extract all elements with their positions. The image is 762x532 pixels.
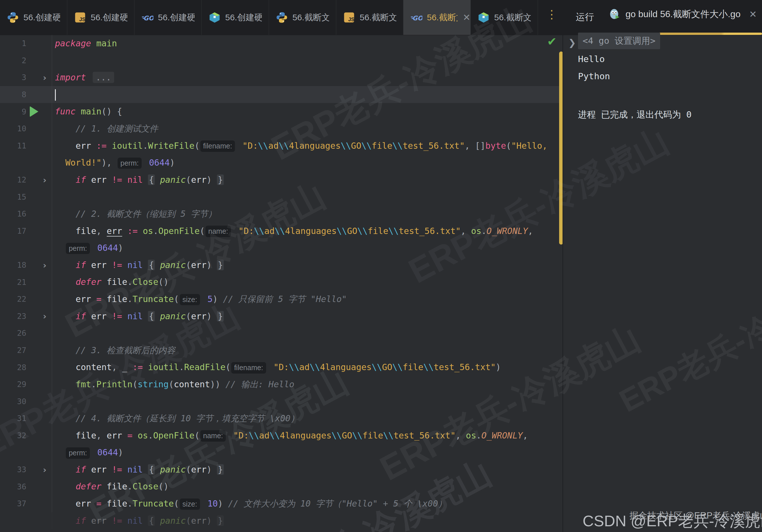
go-icon: GO <box>410 11 422 24</box>
fold-arrow-icon[interactable]: › <box>43 464 46 475</box>
code-line-11: 11 err := ioutil.WriteFile(filename: "D:… <box>0 137 563 155</box>
fold-arrow-icon[interactable]: › <box>43 72 46 82</box>
code-line-8: 8 <box>0 86 563 103</box>
line-number: 17 <box>0 227 52 235</box>
line-number: 36 <box>0 482 52 491</box>
code-line-27: 27 // 3. 检查截断后的内容 <box>0 342 563 359</box>
line-number: 30 <box>0 397 52 406</box>
gutter: 27 <box>0 342 52 359</box>
code-text: defer file.Close() <box>52 273 563 291</box>
code-line-9: 9func main() { <box>0 103 563 120</box>
gutter: 37 <box>0 495 52 512</box>
gutter: 28 <box>0 359 52 376</box>
code-line-23: 23› if err != nil { panic(err) } <box>0 308 563 325</box>
gutter: 23› <box>0 308 52 325</box>
inlay-hint: perm: <box>66 243 90 254</box>
code-line-wrap: perm: 0644) <box>0 444 563 461</box>
csdn-watermark: CSDN @ERP老兵-冷溪虎山 <box>582 511 762 532</box>
code-line-33: 33› if err != nil { panic(err) } <box>0 461 563 478</box>
output-line: Python <box>578 71 610 81</box>
gutter: 1 <box>0 35 52 52</box>
code-text: file, err := os.OpenFile(name: "D:\\ad\\… <box>52 223 563 240</box>
code-line-28: 28 content, _ := ioutil.ReadFile(filenam… <box>0 359 563 376</box>
line-number: 2 <box>0 56 52 65</box>
editor-tab-1[interactable]: 56.创建硬链 <box>0 0 67 35</box>
js-icon: JS <box>74 11 86 24</box>
more-tabs-icon[interactable]: ⋮ <box>546 9 558 20</box>
inlay-hint: filename: <box>231 362 266 373</box>
code-text <box>52 86 563 103</box>
code-line-1: 1package main <box>0 35 563 52</box>
editor-tab-6[interactable]: JS56.截断文件 <box>336 0 404 35</box>
code-editor[interactable]: 1package main23›import ...89func main() … <box>0 35 563 532</box>
svg-text:GO: GO <box>143 15 153 22</box>
gutter: 21 <box>0 273 52 291</box>
line-number: 32 <box>0 431 52 440</box>
code-line-15: 15 <box>0 188 563 205</box>
gutter: 36 <box>0 478 52 495</box>
editor-tab-4[interactable]: 56.创建硬链 <box>202 0 269 35</box>
inspections-check-icon[interactable]: ✔ <box>547 35 557 48</box>
line-number: 37 <box>0 499 52 508</box>
inlay-hint: name: <box>205 226 231 237</box>
chevron-right-icon[interactable]: ❯ <box>568 37 576 48</box>
output-line: Hello <box>578 54 605 64</box>
gutter: 2 <box>0 52 52 69</box>
fold-arrow-icon[interactable]: › <box>43 311 46 321</box>
line-number: 15 <box>0 192 52 201</box>
gutter: 31 <box>0 410 52 427</box>
editor-tab-3[interactable]: GO56.创建硬链 <box>134 0 202 35</box>
run-configuration-tab[interactable]: go build 56.截断文件大小.go ✕ <box>609 8 757 21</box>
run-main-icon[interactable] <box>30 106 38 117</box>
tab-label: 56.截断文件 <box>360 12 396 24</box>
code-text: perm: 0644) <box>52 239 563 257</box>
editor-tab-2[interactable]: JS56.创建硬链 <box>67 0 134 35</box>
fold-arrow-icon[interactable]: › <box>43 260 46 270</box>
code-text: World!"), perm: 0644) <box>52 154 563 171</box>
editor-tab-5[interactable]: 56.截断文件 <box>269 0 336 35</box>
inlay-hint: size: <box>180 499 200 510</box>
gutter: 32 <box>0 427 52 444</box>
run-menu-label[interactable]: 运行 <box>576 11 594 24</box>
fold-arrow-icon[interactable]: › <box>43 175 46 185</box>
gutter: 15 <box>0 188 52 205</box>
gutter: 9 <box>0 103 52 120</box>
close-tab-icon[interactable]: ✕ <box>463 12 470 23</box>
code-text: if err != nil { panic(err) } <box>52 171 563 188</box>
gutter: 11 <box>0 137 52 155</box>
code-line-wrap: perm: 0644) <box>0 239 563 257</box>
line-number: 9 <box>0 107 52 116</box>
gutter: 30 <box>0 393 52 410</box>
editor-tab-8[interactable]: 56.截断文件 <box>471 0 538 35</box>
line-number: 21 <box>0 278 52 287</box>
inlay-hint: filename: <box>200 140 235 152</box>
close-run-config-icon[interactable]: ✕ <box>749 9 757 20</box>
text-cursor <box>55 89 56 101</box>
line-number: 29 <box>0 380 52 389</box>
gutter: 33› <box>0 461 52 478</box>
code-line-22: 22 err = file.Truncate(size: 5) // 只保留前 … <box>0 291 563 308</box>
line-number: 22 <box>0 295 52 303</box>
inlay-hint: perm: <box>117 158 142 169</box>
editor-lines: 1package main23›import ...89func main() … <box>0 35 563 529</box>
tab-label: 56.截断文件 <box>494 12 531 24</box>
code-text: if err != nil { panic(err) } <box>52 461 563 478</box>
code-text: // 1. 创建测试文件 <box>52 120 563 137</box>
gutter: 18› <box>0 257 52 274</box>
editor-tab-7-active[interactable]: GO56.截断文✕ <box>404 0 471 35</box>
code-text: // 3. 检查截断后的内容 <box>52 342 563 359</box>
code-text: if err != nil { panic(err) } <box>52 257 563 274</box>
code-line-31: 31 // 4. 截断文件（延长到 10 字节，填充空字节 \x00） <box>0 410 563 427</box>
code-text: if err != nil { panic(err) } <box>52 512 563 529</box>
code-line-18: 18› if err != nil { panic(err) } <box>0 257 563 274</box>
code-line-3: 3›import ... <box>0 69 563 86</box>
tab-label: 56.创建硬链 <box>91 12 127 24</box>
inlay-hint: perm: <box>66 447 90 459</box>
code-text: func main() { <box>52 103 563 120</box>
run-command-header: <4 go 设置调用> <box>578 33 660 49</box>
code-text: // 2. 截断文件（缩短到 5 字节） <box>52 205 563 223</box>
gutter: 3› <box>0 69 52 86</box>
code-text: err = file.Truncate(size: 10) // 文件大小变为 … <box>52 495 563 512</box>
code-line-37: 37 err = file.Truncate(size: 10) // 文件大小… <box>0 495 563 512</box>
code-line-wrap: if err != nil { panic(err) } <box>0 512 563 529</box>
